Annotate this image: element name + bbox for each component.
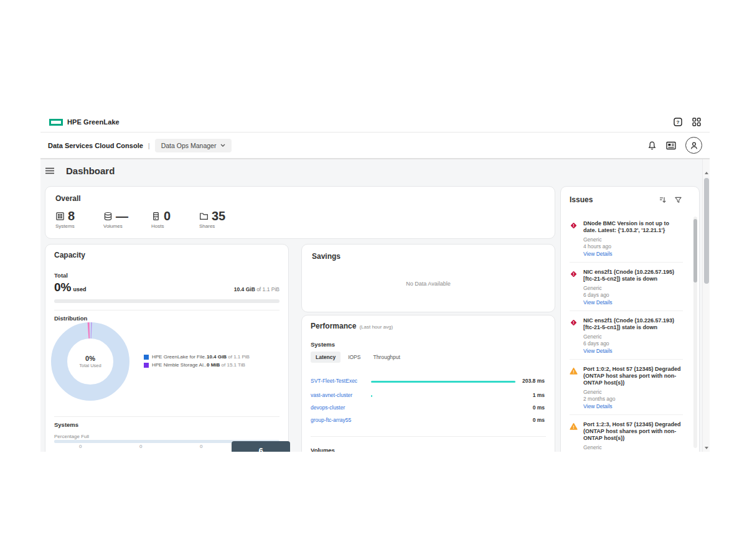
issues-scrollbar-thumb[interactable] xyxy=(693,219,697,282)
histogram-count-badge[interactable]: 6 xyxy=(232,441,290,452)
performance-systems-label: Systems xyxy=(311,341,335,348)
scroll-down-arrow-icon[interactable] xyxy=(705,447,708,449)
legend-item[interactable]: HPE GreenLake for File... 10.4 GiB of 1.… xyxy=(144,354,250,360)
capacity-systems-label: Systems xyxy=(54,421,78,428)
person-icon xyxy=(690,141,698,150)
systems-icon xyxy=(55,212,65,221)
issues-panel: Issues ! DNode BMC Version is not up to … xyxy=(560,186,700,452)
stat-value: 8 xyxy=(68,210,75,222)
performance-row: SVT-Fleet-TestExec 203.8 ms xyxy=(302,376,555,386)
issue-title: Port 1:0:2, Host 57 (12345) Degraded (ON… xyxy=(583,366,683,386)
performance-subtitle: (Last hour avg) xyxy=(359,324,393,330)
sort-icon[interactable] xyxy=(659,197,666,203)
stat-volumes[interactable]: — Volumes xyxy=(103,210,151,229)
distribution-legend: HPE GreenLake for File... 10.4 GiB of 1.… xyxy=(144,354,250,370)
capacity-percent-suffix: used xyxy=(73,286,86,292)
announcements-icon[interactable] xyxy=(666,141,676,150)
percentage-full-label: Percentage Full xyxy=(54,434,89,439)
tab-iops[interactable]: IOPS xyxy=(343,352,365,363)
histogram-marker: 0 xyxy=(79,444,82,449)
tab-throughput[interactable]: Throughput xyxy=(368,352,405,363)
capacity-title: Capacity xyxy=(54,251,280,259)
stat-value: 0 xyxy=(164,210,171,222)
main-scrollbar-thumb[interactable] xyxy=(704,178,709,284)
latency-value: 0 ms xyxy=(533,417,545,423)
performance-row: group-ftc-array55 0 ms xyxy=(302,416,555,426)
stat-systems[interactable]: 8 Systems xyxy=(55,210,103,229)
issue-item: ! Port 1:2:3, Host 57 (12345) Degraded (… xyxy=(570,415,683,452)
legend-item[interactable]: HPE Nimble Storage Al... 0 MiB of 15.1 T… xyxy=(144,362,250,368)
help-icon[interactable]: ? xyxy=(674,118,682,126)
view-details-link[interactable]: View Details xyxy=(583,250,683,258)
issues-title: Issues xyxy=(570,195,593,204)
stat-label: Hosts xyxy=(151,223,199,229)
performance-tabs: Latency IOPS Throughput xyxy=(311,352,405,363)
notifications-bell-icon[interactable] xyxy=(647,141,657,151)
issues-scrollbar[interactable] xyxy=(693,217,697,448)
title-separator: | xyxy=(148,142,150,149)
tab-latency[interactable]: Latency xyxy=(311,352,341,363)
histogram-marker: 0 xyxy=(200,444,202,449)
issue-time: 4 hours ago xyxy=(583,243,683,250)
issue-time: 2 months ago xyxy=(583,451,683,452)
legend-swatch-purple xyxy=(144,363,149,368)
donut-center-label: Total Used xyxy=(79,363,101,368)
view-details-link[interactable]: View Details xyxy=(583,299,683,306)
stat-label: Systems xyxy=(55,223,103,229)
capacity-card: Capacity Total 0% used 10.4 GiB of 1.1 P… xyxy=(45,244,289,452)
legend-value: 0 MiB of 15.1 TiB xyxy=(207,362,245,368)
issue-list: ! DNode BMC Version is not up to date. L… xyxy=(570,214,683,452)
latency-value: 203.8 ms xyxy=(522,378,545,384)
legend-value: 10.4 GiB of 1.1 PiB xyxy=(207,354,250,360)
histogram-marker: 0 xyxy=(139,444,142,449)
critical-icon: ! xyxy=(570,269,578,281)
performance-row: vast-avnet-cluster 1 ms xyxy=(302,391,555,401)
user-avatar[interactable] xyxy=(685,137,702,154)
view-details-link[interactable]: View Details xyxy=(583,403,683,410)
main-scrollbar[interactable] xyxy=(702,159,710,452)
stat-value: — xyxy=(116,210,128,222)
critical-icon: ! xyxy=(570,221,578,232)
legend-label: HPE Nimble Storage Al... xyxy=(152,362,207,368)
stat-shares[interactable]: 35 Shares xyxy=(199,210,247,229)
issue-category: Generic xyxy=(583,236,683,243)
stat-value: 35 xyxy=(212,210,225,222)
app-window: HPE GreenLake ? Data Services Cloud Cons… xyxy=(40,112,710,452)
top-header: HPE GreenLake ? xyxy=(40,112,710,133)
svg-text:!: ! xyxy=(573,223,574,228)
volumes-icon xyxy=(103,212,113,221)
console-header: Data Services Cloud Console | Data Ops M… xyxy=(40,133,710,159)
issue-item: ! NIC ens2f1 (Cnode (10.226.57.195) [ftc… xyxy=(570,263,683,311)
brand-name: HPE GreenLake xyxy=(67,118,120,126)
performance-volumes-label: Volumes xyxy=(311,447,335,452)
hpe-logo-icon xyxy=(49,119,63,126)
issue-category: Generic xyxy=(583,285,683,292)
overall-title: Overall xyxy=(55,194,545,203)
brand[interactable]: HPE GreenLake xyxy=(49,118,120,126)
view-details-link[interactable]: View Details xyxy=(583,347,683,355)
capacity-usage-value: 10.4 GiB xyxy=(234,286,255,292)
capacity-donut-chart[interactable]: 0% Total Used xyxy=(50,322,130,401)
stat-hosts[interactable]: 0 Hosts xyxy=(151,210,199,229)
filter-icon[interactable] xyxy=(675,197,682,203)
system-link[interactable]: vast-avnet-cluster xyxy=(311,392,352,398)
system-link[interactable]: group-ftc-array55 xyxy=(311,417,351,423)
issue-title: NIC ens2f1 (Cnode (10.226.57.193) [ftc-2… xyxy=(583,317,683,331)
capacity-usage: 10.4 GiB of 1.1 PiB xyxy=(234,286,280,292)
svg-text:?: ? xyxy=(677,119,680,125)
system-link[interactable]: devops-cluster xyxy=(311,404,345,411)
stat-label: Volumes xyxy=(103,223,151,229)
svg-text:!: ! xyxy=(573,425,574,429)
app-selector-dropdown[interactable]: Data Ops Manager xyxy=(155,139,232,152)
latency-bar xyxy=(371,381,515,383)
divider xyxy=(54,416,280,417)
scroll-up-arrow-icon[interactable] xyxy=(705,172,708,174)
capacity-total-label: Total xyxy=(54,272,280,279)
savings-card: Savings No Data Available xyxy=(301,244,555,312)
apps-grid-icon[interactable] xyxy=(692,118,701,126)
performance-title: Performance xyxy=(311,322,356,330)
menu-hamburger-icon[interactable] xyxy=(45,167,54,174)
system-link[interactable]: SVT-Fleet-TestExec xyxy=(311,378,357,384)
svg-text:!: ! xyxy=(573,320,574,325)
chevron-down-icon xyxy=(220,144,225,147)
